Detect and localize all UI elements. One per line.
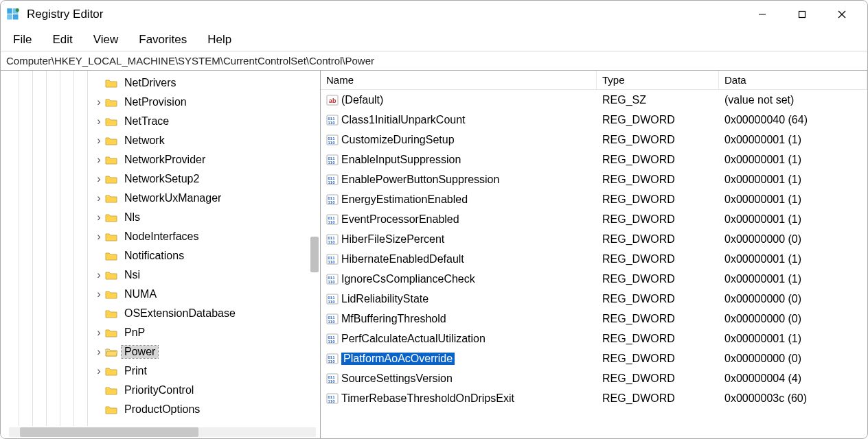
- address-bar[interactable]: Computer\HKEY_LOCAL_MACHINE\SYSTEM\Curre…: [1, 51, 867, 71]
- value-name: TimerRebaseThresholdOnDripsExit: [341, 392, 514, 405]
- list-row[interactable]: 011110MfBufferingThresholdREG_DWORD0x000…: [321, 309, 867, 329]
- tree-item[interactable]: ›NetTrace: [5, 112, 320, 131]
- value-data: 0x00000000 (0): [719, 233, 867, 246]
- tree-item[interactable]: ›Network: [5, 131, 320, 150]
- svg-text:110: 110: [328, 300, 336, 304]
- list-row[interactable]: 011110CustomizeDuringSetupREG_DWORD0x000…: [321, 130, 867, 150]
- list-row[interactable]: 011110Class1InitialUnparkCountREG_DWORD0…: [321, 110, 867, 130]
- tree-item[interactable]: ›NodeInterfaces: [5, 227, 320, 246]
- binary-value-icon: 011110: [326, 253, 339, 265]
- tree-item[interactable]: NetDrivers: [5, 73, 320, 93]
- tree-content: NetDrivers›NetProvision›NetTrace›Network…: [5, 71, 320, 419]
- tree-item[interactable]: ProductOptions: [5, 400, 320, 419]
- binary-value-icon: 011110: [326, 193, 339, 206]
- expander-icon[interactable]: ›: [94, 134, 104, 147]
- scrollbar-thumb[interactable]: [20, 427, 198, 437]
- minimize-button[interactable]: [742, 3, 782, 25]
- expander-icon[interactable]: ›: [94, 346, 104, 358]
- menu-favorites[interactable]: Favorites: [130, 30, 195, 49]
- tree-item-label: ProductOptions: [122, 403, 203, 416]
- menu-file[interactable]: File: [5, 30, 40, 49]
- expander-icon[interactable]: ›: [94, 365, 104, 377]
- expander-icon[interactable]: ›: [94, 230, 104, 243]
- expander-icon[interactable]: ›: [94, 211, 104, 224]
- svg-text:110: 110: [328, 220, 336, 224]
- maximize-button[interactable]: [782, 3, 822, 25]
- column-header-type[interactable]: Type: [597, 71, 719, 89]
- value-data: 0x00000001 (1): [719, 253, 867, 265]
- list-row[interactable]: 011110PerfCalculateActualUtilizationREG_…: [321, 329, 867, 348]
- value-name: HibernateEnabledDefault: [341, 253, 464, 265]
- value-type: REG_DWORD: [597, 193, 719, 206]
- value-type: REG_SZ: [597, 94, 719, 106]
- list-row[interactable]: 011110PlatformAoAcOverrideREG_DWORD0x000…: [321, 348, 867, 368]
- list-row[interactable]: 011110IgnoreCsComplianceCheckREG_DWORD0x…: [321, 269, 867, 289]
- expander-icon[interactable]: ›: [94, 192, 104, 204]
- tree-item-label: OSExtensionDatabase: [122, 307, 238, 320]
- expander-icon[interactable]: ›: [94, 154, 104, 166]
- expander-icon[interactable]: ›: [94, 288, 104, 300]
- tree-item-label: Nsi: [122, 269, 143, 281]
- binary-value-icon: 011110: [326, 273, 339, 285]
- folder-icon: [105, 174, 117, 185]
- list-row[interactable]: 011110EnableInputSuppressionREG_DWORD0x0…: [321, 150, 867, 169]
- value-name: EventProcessorEnabled: [341, 213, 459, 226]
- list-row[interactable]: 011110EnergyEstimationEnabledREG_DWORD0x…: [321, 189, 867, 209]
- menu-help[interactable]: Help: [199, 30, 240, 49]
- folder-icon: [105, 251, 117, 261]
- binary-value-icon: 011110: [326, 353, 339, 365]
- list-row[interactable]: 011110LidReliabilityStateREG_DWORD0x0000…: [321, 289, 867, 309]
- folder-icon: [105, 117, 117, 127]
- tree-item[interactable]: ›NetworkUxManager: [5, 189, 320, 208]
- tree-item[interactable]: ›NetworkProvider: [5, 150, 320, 169]
- tree-item[interactable]: ›Nsi: [5, 265, 320, 285]
- tree-item[interactable]: PriorityControl: [5, 381, 320, 400]
- value-type: REG_DWORD: [597, 213, 719, 226]
- binary-value-icon: 011110: [326, 293, 339, 305]
- list-row[interactable]: 011110TimerRebaseThresholdOnDripsExitREG…: [321, 388, 867, 408]
- value-name: Class1InitialUnparkCount: [341, 114, 466, 126]
- column-header-data[interactable]: Data: [719, 71, 867, 89]
- tree-item[interactable]: ›Nls: [5, 208, 320, 227]
- value-type: REG_DWORD: [597, 392, 719, 405]
- expander-icon[interactable]: ›: [94, 327, 104, 339]
- value-data: 0x0000003c (60): [719, 392, 867, 405]
- tree-item[interactable]: Notifications: [5, 246, 320, 265]
- expander-icon[interactable]: ›: [94, 115, 104, 128]
- tree-item[interactable]: ›NUMA: [5, 285, 320, 304]
- tree-item[interactable]: OSExtensionDatabase: [5, 304, 320, 323]
- tree-horizontal-scrollbar[interactable]: [9, 427, 316, 437]
- menu-edit[interactable]: Edit: [44, 30, 80, 49]
- svg-text:110: 110: [328, 260, 336, 264]
- expander-icon[interactable]: ›: [94, 173, 104, 185]
- tree-item[interactable]: ›Power: [5, 342, 320, 361]
- expander-icon[interactable]: ›: [94, 269, 104, 281]
- tree-item[interactable]: ›Print: [5, 361, 320, 381]
- tree-item[interactable]: ›NetworkSetup2: [5, 169, 320, 189]
- tree-vertical-scrollbar[interactable]: [310, 73, 319, 425]
- list-row[interactable]: ab(Default)REG_SZ(value not set): [321, 90, 867, 110]
- list-pane: Name Type Data ab(Default)REG_SZ(value n…: [321, 71, 867, 438]
- binary-value-icon: 011110: [326, 114, 339, 126]
- tree-item-label: NetDrivers: [122, 77, 179, 89]
- scrollbar-thumb[interactable]: [310, 237, 319, 272]
- list-row[interactable]: 011110HiberFileSizePercentREG_DWORD0x000…: [321, 229, 867, 249]
- close-button[interactable]: [822, 3, 862, 25]
- list-row[interactable]: 011110HibernateEnabledDefaultREG_DWORD0x…: [321, 249, 867, 269]
- value-type: REG_DWORD: [597, 293, 719, 305]
- expander-icon[interactable]: ›: [94, 96, 104, 108]
- svg-text:110: 110: [328, 280, 336, 284]
- folder-icon: [105, 78, 117, 88]
- binary-value-icon: 011110: [326, 233, 339, 246]
- folder-icon: [105, 213, 117, 223]
- value-name: LidReliabilityState: [341, 293, 429, 305]
- value-type: REG_DWORD: [597, 372, 719, 385]
- tree-item[interactable]: ›PnP: [5, 323, 320, 342]
- tree-item[interactable]: ›NetProvision: [5, 93, 320, 112]
- list-row[interactable]: 011110SourceSettingsVersionREG_DWORD0x00…: [321, 368, 867, 388]
- folder-icon: [105, 155, 117, 165]
- list-row[interactable]: 011110EventProcessorEnabledREG_DWORD0x00…: [321, 209, 867, 229]
- column-header-name[interactable]: Name: [321, 71, 597, 89]
- list-row[interactable]: 011110EnablePowerButtonSuppressionREG_DW…: [321, 169, 867, 189]
- menu-view[interactable]: View: [85, 30, 127, 49]
